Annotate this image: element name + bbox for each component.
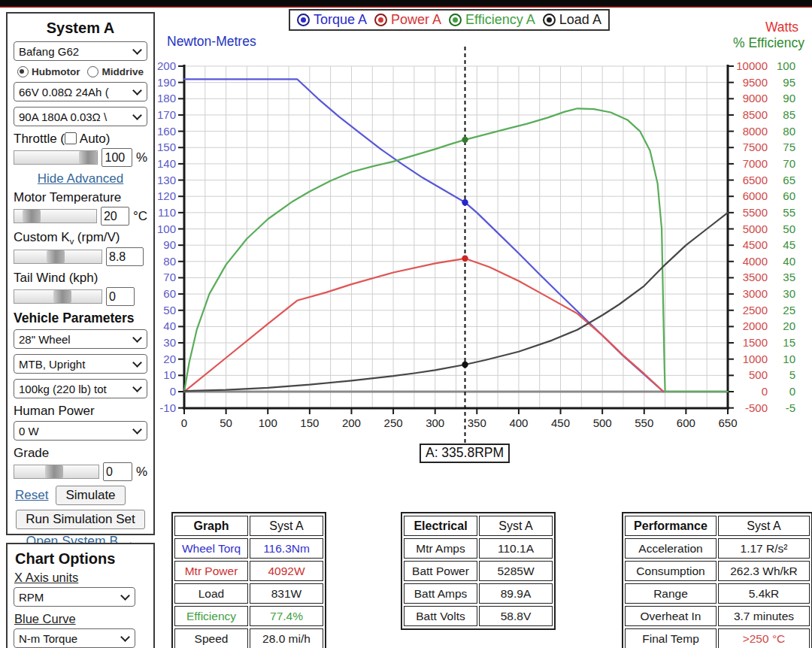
row-label: Overheat In	[625, 606, 717, 626]
chart-options-panel: Chart Options X Axis units RPM Blue Curv…	[6, 543, 155, 648]
simulation-chart[interactable]: 2001901801701601501401301201101009080706…	[0, 0, 812, 496]
svg-text:95: 95	[783, 76, 795, 89]
svg-text:-500: -500	[745, 401, 768, 414]
svg-text:0: 0	[170, 385, 176, 398]
svg-text:650: 650	[718, 416, 737, 429]
row-value: 831W	[250, 583, 323, 604]
x-axis-ticks: 050100150200250300350400450500550600650	[181, 408, 738, 429]
row-value: 1.17 R/s²	[718, 538, 810, 559]
row-label: Efficiency	[174, 606, 248, 626]
svg-text:0: 0	[762, 385, 768, 398]
svg-text:55: 55	[783, 206, 795, 219]
svg-text:2500: 2500	[743, 304, 768, 316]
table-row: Load831W	[174, 583, 323, 604]
svg-text:3000: 3000	[743, 287, 768, 300]
svg-text:80: 80	[163, 255, 176, 268]
svg-text:350: 350	[468, 416, 486, 429]
table-row: Batt Volts58.8V	[404, 606, 553, 626]
svg-text:6500: 6500	[743, 174, 768, 186]
svg-text:2000: 2000	[743, 319, 768, 332]
row-value: 5285W	[479, 561, 553, 581]
row-label: Range	[625, 583, 717, 604]
svg-text:85: 85	[783, 108, 795, 121]
row-value: >250 °C	[718, 628, 810, 648]
svg-text:5000: 5000	[743, 223, 768, 235]
row-label: Consumption	[625, 561, 717, 581]
row-label: Wheel Torq	[174, 538, 248, 559]
table-row: Efficiency77.4%	[174, 606, 323, 626]
svg-text:80: 80	[783, 125, 795, 138]
svg-text:6000: 6000	[743, 189, 768, 202]
svg-text:300: 300	[426, 416, 444, 429]
table-row: Range5.4kR	[625, 583, 810, 604]
svg-text:10000: 10000	[736, 59, 768, 72]
row-value: 58.8V	[479, 606, 553, 626]
svg-text:70: 70	[783, 157, 795, 170]
row-value: 116.3Nm	[250, 538, 323, 559]
svg-text:400: 400	[509, 416, 528, 429]
table-column-header: Syst A	[250, 516, 323, 536]
row-value: 77.4%	[250, 606, 323, 626]
svg-text:90: 90	[783, 92, 795, 104]
svg-text:150: 150	[157, 141, 176, 153]
row-value: 89.9A	[479, 583, 553, 604]
svg-text:4000: 4000	[743, 255, 768, 268]
svg-text:70: 70	[163, 271, 176, 283]
row-label: Speed	[174, 628, 248, 648]
svg-text:50: 50	[220, 416, 232, 429]
svg-text:40: 40	[163, 319, 176, 332]
svg-text:190: 190	[157, 76, 176, 89]
svg-text:200: 200	[157, 59, 176, 72]
cursor-marker-torque-a	[462, 199, 468, 205]
svg-text:100: 100	[777, 59, 795, 72]
x-axis-select-wrap: RPM	[14, 587, 135, 607]
cursor-rpm-label[interactable]: A: 335.8RPM	[420, 444, 510, 463]
svg-text:180: 180	[157, 92, 176, 104]
svg-text:0: 0	[181, 416, 187, 429]
table-row: Speed28.0 mi/h	[174, 628, 323, 648]
blue-curve-select[interactable]: N-m Torque	[14, 628, 135, 648]
svg-text:45: 45	[783, 238, 795, 251]
row-value: 28.0 mi/h	[250, 628, 323, 648]
svg-text:0: 0	[789, 385, 795, 398]
svg-text:60: 60	[163, 287, 176, 300]
row-value: 3.7 minutes	[718, 606, 810, 626]
svg-text:7000: 7000	[743, 157, 768, 170]
svg-text:200: 200	[342, 416, 361, 429]
performance-table: PerformanceSyst AAcceleration1.17 R/s²Co…	[622, 512, 812, 648]
svg-text:160: 160	[157, 125, 176, 138]
graph-table: GraphSyst AWheel Torq116.3NmMtr Power409…	[171, 512, 326, 648]
svg-text:250: 250	[384, 416, 403, 429]
svg-text:60: 60	[783, 189, 795, 202]
right-axis-ticks: 1000010095009590009085008580008075007570…	[728, 59, 795, 414]
table-title: Electrical	[404, 516, 477, 536]
svg-text:8500: 8500	[743, 108, 768, 121]
x-axis-units-select[interactable]: RPM	[14, 587, 135, 607]
svg-text:110: 110	[158, 206, 176, 219]
row-value: 4092W	[250, 561, 323, 581]
svg-text:10: 10	[163, 368, 176, 381]
cursor-marker-power-a	[462, 256, 468, 262]
row-value: 5.4kR	[718, 583, 810, 604]
svg-text:40: 40	[783, 255, 795, 268]
svg-text:500: 500	[593, 416, 612, 429]
svg-text:120: 120	[157, 189, 176, 202]
svg-text:5500: 5500	[743, 206, 768, 219]
table-row: Consumption262.3 Wh/kR	[625, 561, 810, 581]
svg-text:10: 10	[783, 353, 795, 365]
svg-text:8000: 8000	[743, 125, 768, 138]
svg-text:20: 20	[783, 319, 795, 332]
table-row: Mtr Amps110.1A	[404, 538, 553, 559]
svg-text:100: 100	[259, 416, 277, 429]
row-value: 110.1A	[479, 538, 553, 559]
svg-text:5: 5	[789, 368, 795, 381]
svg-text:35: 35	[783, 271, 795, 283]
svg-text:130: 130	[157, 174, 176, 186]
run-simulation-set-button[interactable]: Run Simulation Set	[16, 510, 145, 529]
svg-text:75: 75	[783, 141, 795, 153]
row-label: Batt Volts	[404, 606, 477, 626]
svg-text:550: 550	[635, 416, 653, 429]
svg-text:90: 90	[163, 238, 176, 251]
svg-text:1500: 1500	[743, 336, 768, 349]
table-column-header: Syst A	[718, 516, 810, 536]
